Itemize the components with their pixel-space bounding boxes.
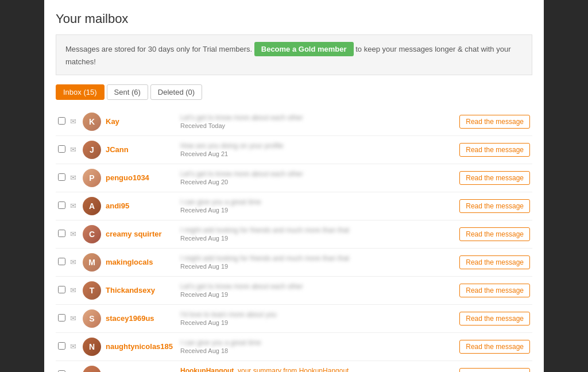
row-checkbox[interactable] xyxy=(58,202,65,209)
sender-name[interactable]: andi95 xyxy=(103,192,178,220)
mailbox-page: Your mailbox Messages are stored for 30 … xyxy=(44,0,544,372)
row-checkbox[interactable] xyxy=(58,145,65,153)
mail-icon: ✉ xyxy=(68,135,80,164)
message-preview: Let's get to know more about each otherR… xyxy=(178,108,452,136)
notice-text-before: Messages are stored for 30 days only for… xyxy=(65,45,252,53)
mail-icon: ✉ xyxy=(68,304,80,332)
table-row: ✉Ppenguo1034Let's get to know more about… xyxy=(56,164,532,192)
avatar: C xyxy=(80,220,103,248)
read-message-button[interactable]: Read the message xyxy=(459,255,530,269)
table-row: ✉MmakinglocalsI might add looking for fr… xyxy=(56,248,532,276)
action-cell: Read the message xyxy=(452,332,532,361)
row-checkbox[interactable] xyxy=(58,342,65,350)
sender-name[interactable]: penguo1034 xyxy=(103,164,178,192)
sender-name[interactable]: makinglocals xyxy=(103,248,178,276)
table-row: ✉Aandi95I can give you a great timeRecei… xyxy=(56,192,532,220)
read-message-button[interactable]: Read the message xyxy=(459,340,530,354)
mail-icon: ✉ xyxy=(68,276,80,304)
read-message-button[interactable]: Read the message xyxy=(459,143,530,157)
avatar: T xyxy=(80,276,103,304)
tabs-container: Inbox (15)Sent (6)Deleted (0) xyxy=(56,84,532,100)
read-message-button[interactable]: Read the message xyxy=(459,171,530,185)
read-message-button[interactable]: Read the message xyxy=(459,227,530,241)
table-row: ✉HHookupHangoutHookupHangout, your summa… xyxy=(56,361,532,372)
row-checkbox[interactable] xyxy=(58,314,65,321)
sender-name[interactable]: naughtynicolas185 xyxy=(103,332,178,361)
table-row: ✉KKayLet's get to know more about each o… xyxy=(56,108,532,136)
message-preview: Let's get to know more about each otherR… xyxy=(178,164,452,192)
sender-name[interactable]: creamy squirter xyxy=(103,220,178,248)
notice-box: Messages are stored for 30 days only for… xyxy=(56,34,532,75)
message-preview: I might add looking for friends and much… xyxy=(178,220,452,248)
message-preview: Let's get to know more about each otherR… xyxy=(178,276,452,304)
table-row: ✉JJCannHow are you doing on your profile… xyxy=(56,135,532,164)
message-preview: HookupHangout, your summary from HookupH… xyxy=(178,361,452,372)
message-preview: I'd love to learn more about youReceived… xyxy=(178,304,452,332)
become-gold-button[interactable]: Become a Gold member xyxy=(254,42,354,56)
message-preview: How are you doing on your profileReceive… xyxy=(178,135,452,164)
sender-name[interactable]: Thickandsexy xyxy=(103,276,178,304)
read-message-button[interactable]: Read the message xyxy=(459,115,530,129)
table-row: ✉Nnaughtynicolas185I can give you a grea… xyxy=(56,332,532,361)
action-cell: Read the message xyxy=(452,135,532,164)
action-cell: Read the message xyxy=(452,361,532,372)
page-title: Your mailbox xyxy=(56,11,532,26)
messages-table: ✉KKayLet's get to know more about each o… xyxy=(56,108,532,373)
mail-icon: ✉ xyxy=(68,361,80,372)
mail-icon: ✉ xyxy=(68,108,80,136)
table-row: ✉TThickandsexyLet's get to know more abo… xyxy=(56,276,532,304)
tab-sent[interactable]: Sent (6) xyxy=(107,84,148,100)
table-row: ✉Sstacey1969usI'd love to learn more abo… xyxy=(56,304,532,332)
action-cell: Read the message xyxy=(452,220,532,248)
tab-deleted[interactable]: Deleted (0) xyxy=(150,84,202,100)
read-message-button[interactable]: Read the message xyxy=(459,199,530,213)
sender-name[interactable]: JCann xyxy=(103,135,178,164)
mail-icon: ✉ xyxy=(68,192,80,220)
sender-name[interactable]: stacey1969us xyxy=(103,304,178,332)
avatar: M xyxy=(80,248,103,276)
row-checkbox[interactable] xyxy=(58,286,65,293)
action-cell: Read the message xyxy=(452,248,532,276)
row-checkbox[interactable] xyxy=(58,258,65,265)
action-cell: Read the message xyxy=(452,304,532,332)
avatar: S xyxy=(80,304,103,332)
row-checkbox[interactable] xyxy=(58,117,65,125)
row-checkbox[interactable] xyxy=(58,173,65,181)
avatar: P xyxy=(80,164,103,192)
table-row: ✉Ccreamy squirterI might add looking for… xyxy=(56,220,532,248)
avatar: H xyxy=(80,361,103,372)
avatar: J xyxy=(80,135,103,164)
mail-icon: ✉ xyxy=(68,164,80,192)
read-message-button[interactable]: Read the message xyxy=(459,312,530,326)
read-message-button[interactable]: Read the message xyxy=(459,284,530,297)
mail-icon: ✉ xyxy=(68,248,80,276)
row-checkbox[interactable] xyxy=(58,230,65,237)
row-checkbox[interactable] xyxy=(58,370,65,373)
action-cell: Read the message xyxy=(452,108,532,136)
action-cell: Read the message xyxy=(452,192,532,220)
message-preview: I might add looking for friends and much… xyxy=(178,248,452,276)
avatar: N xyxy=(80,332,103,361)
action-cell: Read the message xyxy=(452,164,532,192)
avatar: A xyxy=(80,192,103,220)
message-preview: I can give you a great timeReceived Aug … xyxy=(178,332,452,361)
tab-inbox[interactable]: Inbox (15) xyxy=(56,84,105,100)
read-message-button[interactable]: Read the message xyxy=(459,368,530,373)
mail-icon: ✉ xyxy=(68,220,80,248)
mail-icon: ✉ xyxy=(68,332,80,361)
sender-name[interactable]: HookupHangout xyxy=(103,361,178,372)
message-preview: I can give you a great timeReceived Aug … xyxy=(178,192,452,220)
avatar: K xyxy=(80,108,103,136)
action-cell: Read the message xyxy=(452,276,532,304)
sender-name[interactable]: Kay xyxy=(103,108,178,136)
